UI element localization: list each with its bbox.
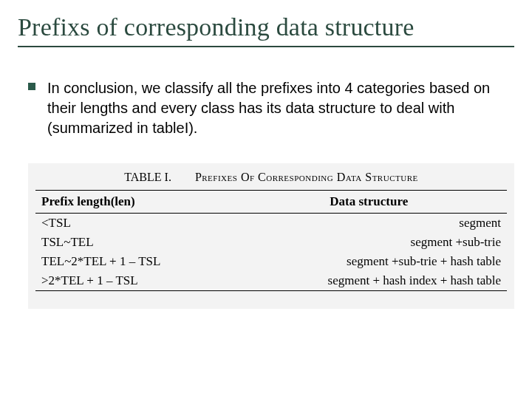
col-header-prefix-length: Prefix length(len) xyxy=(35,191,231,214)
cell-data-structure: segment +sub-trie xyxy=(231,233,508,252)
bullet-item: In conclusion, we classify all the prefi… xyxy=(28,78,514,138)
table-number: TABLE I. xyxy=(124,171,171,183)
cell-data-structure: segment xyxy=(231,214,508,233)
cell-prefix-length: >2*TEL + 1 – TSL xyxy=(35,271,231,291)
table-caption-text: Prefixes Of Corresponding Data Structure xyxy=(195,171,418,183)
cell-data-structure: segment + hash index + hash table xyxy=(231,271,508,291)
table-header-row: Prefix length(len) Data structure xyxy=(35,191,507,214)
table-row: <TSL segment xyxy=(35,214,507,233)
table-row: TEL~2*TEL + 1 – TSL segment +sub-trie + … xyxy=(35,252,507,271)
table-container: TABLE I. Prefixes Of Corresponding Data … xyxy=(28,163,514,309)
col-header-data-structure: Data structure xyxy=(231,191,508,214)
cell-prefix-length: <TSL xyxy=(35,214,231,233)
cell-prefix-length: TEL~2*TEL + 1 – TSL xyxy=(35,252,231,271)
cell-data-structure: segment +sub-trie + hash table xyxy=(231,252,508,271)
title-underline xyxy=(18,46,514,47)
slide-body: In conclusion, we classify all the prefi… xyxy=(18,78,514,309)
table-row: >2*TEL + 1 – TSL segment + hash index + … xyxy=(35,271,507,291)
cell-prefix-length: TSL~TEL xyxy=(35,233,231,252)
bullet-text: In conclusion, we classify all the prefi… xyxy=(47,78,514,138)
square-bullet-icon xyxy=(28,83,35,90)
slide-title: Prefixs of corresponding data structure xyxy=(18,13,514,41)
table-caption: TABLE I. Prefixes Of Corresponding Data … xyxy=(35,171,507,184)
table-row: TSL~TEL segment +sub-trie xyxy=(35,233,507,252)
data-table: Prefix length(len) Data structure <TSL s… xyxy=(35,190,507,291)
slide: Prefixs of corresponding data structure … xyxy=(0,0,532,399)
